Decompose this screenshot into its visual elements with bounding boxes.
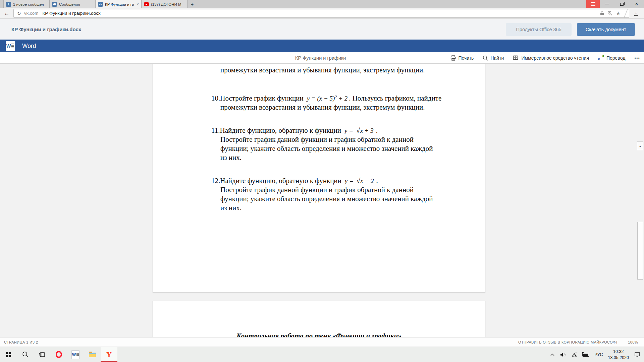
word-toolbar: КР Функции и графики Печать Найти — [0, 52, 644, 64]
task-view-button[interactable] — [34, 347, 50, 362]
volume-icon[interactable] — [560, 352, 566, 357]
paragraph-continuation: промежутки возрастания и убывания функци… — [211, 66, 495, 75]
browser-tab-strip: 1 1 новое сообщен Сообщения vk КР Функци… — [0, 0, 644, 8]
find-label: Найти — [490, 55, 504, 61]
tray-expand-icon[interactable] — [550, 353, 555, 356]
language-indicator[interactable]: РУС — [594, 352, 603, 357]
taskbar-explorer-button[interactable] — [84, 347, 101, 362]
item-text: . — [376, 126, 378, 134]
wifi-icon[interactable] — [571, 352, 577, 357]
item-text: Найдите функцию, обратную к функции — [220, 126, 341, 134]
item-line: Постройте график данной функции и график… — [211, 185, 495, 194]
tabs: 1 1 новое сообщен Сообщения vk КР Функци… — [3, 0, 187, 8]
task-item-11: 11.Найдите функцию, обратную к функцииy … — [211, 126, 495, 162]
windows-logo-icon — [6, 352, 11, 357]
tab-vk-notification[interactable]: 1 1 новое сообщен — [3, 0, 50, 8]
search-icon — [22, 351, 29, 358]
file-explorer-icon — [89, 352, 96, 357]
browser-menu-button[interactable] — [586, 0, 600, 8]
print-button[interactable]: Печать — [450, 55, 474, 61]
word-status-bar: СТРАНИЦА 1 ИЗ 2 ОТПРАВИТЬ ОТЗЫВ В КОРПОР… — [0, 337, 644, 347]
immersive-reader-icon — [513, 55, 519, 61]
tab-close-icon[interactable]: × — [137, 2, 139, 7]
tab-vk-messages[interactable]: Сообщения — [49, 0, 96, 8]
page2-heading: Контрольная работа по теме «Функции и гр… — [153, 332, 485, 337]
zoom-in-icon[interactable] — [607, 11, 612, 16]
scrollbar-thumb[interactable] — [637, 222, 643, 280]
translate-label: Перевод — [606, 55, 625, 61]
tab-title: КР Функции и гр — [105, 2, 135, 6]
new-tab-button[interactable]: + — [187, 0, 197, 8]
tab-title: Сообщения — [59, 2, 93, 6]
task-view-icon — [39, 352, 45, 357]
screen: 1 1 новое сообщен Сообщения vk КР Функци… — [0, 0, 644, 362]
minimize-button[interactable] — [600, 0, 614, 8]
back-button[interactable]: ← — [0, 10, 13, 17]
minimize-icon — [605, 4, 609, 4]
restore-icon — [620, 3, 624, 6]
vk-document-header: КР Функции и графики.docx Продукты Offic… — [0, 19, 644, 40]
reload-icon[interactable]: ↻ — [17, 11, 21, 16]
tab-vk-document[interactable]: vk КР Функции и гр × — [95, 0, 142, 8]
task-item-10: 10.Постройте график функцииy = (x − 5)2 … — [211, 93, 495, 112]
window-controls: × — [586, 0, 644, 8]
item-text: Найдите функцию, обратную к функции — [220, 177, 341, 185]
vk-messages-icon — [52, 2, 57, 7]
maximize-button[interactable] — [614, 0, 629, 8]
yandex-browser-icon: Y — [106, 350, 112, 359]
item-number: 10. — [211, 94, 220, 102]
word-logo-icon: W — [6, 41, 15, 51]
youtube-icon: ▶ — [144, 2, 149, 6]
word-app-bar: W Word — [0, 40, 644, 52]
search-icon — [483, 55, 488, 61]
item-text: Постройте график функции — [220, 94, 303, 102]
find-button[interactable]: Найти — [483, 55, 504, 61]
address-bar: ← ↻ vk.com КР Функции и графики.docx ★ ↓ — [0, 8, 644, 19]
battery-icon[interactable] — [582, 353, 589, 357]
system-tray: РУС 10:32 13.05.2020 — [550, 347, 641, 362]
start-button[interactable] — [0, 347, 17, 362]
zoom-level[interactable]: 100% — [628, 340, 638, 344]
item-number: 12. — [211, 177, 220, 185]
more-options-button[interactable]: ••• — [634, 56, 640, 61]
item-number: 11. — [211, 126, 220, 134]
close-window-button[interactable]: × — [629, 0, 644, 8]
vk-document-title: КР Функции и графики.docx — [11, 26, 81, 32]
url-document-name: КР Функции и графики.docx — [43, 11, 101, 16]
immersive-reader-button[interactable]: Иммерсивное средство чтения — [513, 55, 589, 61]
omnibox-divider — [624, 9, 628, 17]
bookmark-star-icon[interactable]: ★ — [616, 11, 621, 16]
page-indicator[interactable]: СТРАНИЦА 1 ИЗ 2 — [4, 340, 38, 344]
clock[interactable]: 10:32 13.05.2020 — [608, 349, 629, 361]
item-text: . Пользуясь графиком, найдите — [349, 94, 441, 102]
lock-icon[interactable] — [600, 11, 604, 15]
document-text: промежутки возрастания и убывания функци… — [211, 64, 495, 213]
item-line: функции; укажите область определения и м… — [211, 144, 495, 153]
word-app-name: Word — [22, 43, 36, 50]
feedback-link[interactable]: ОТПРАВИТЬ ОТЗЫВ В КОРПОРАЦИЮ МАЙКРОСОФТ — [518, 340, 618, 344]
item-text: . — [376, 177, 378, 185]
vk-logo-icon: vk — [98, 2, 103, 7]
item-line: из них. — [211, 153, 495, 162]
close-icon: × — [635, 1, 638, 7]
word-icon: W — [71, 350, 79, 359]
translate-button[interactable]: a я Перевод — [598, 55, 625, 61]
taskbar-search-button[interactable] — [17, 347, 34, 362]
taskbar-yandex-button[interactable]: Y — [101, 347, 117, 362]
tab-title: (137) ДОГОНИ М — [151, 2, 185, 6]
document-page-1: промежутки возрастания и убывания функци… — [153, 64, 485, 293]
tab-youtube[interactable]: ▶ (137) ДОГОНИ М — [141, 0, 187, 8]
downloads-icon[interactable]: ↓ — [633, 11, 639, 15]
office-products-button[interactable]: Продукты Office 365 — [506, 23, 571, 36]
task-item-12: 12.Найдите функцию, обратную к функцииy … — [211, 176, 495, 213]
taskbar-opera-button[interactable] — [50, 347, 67, 362]
formula-sqrt: y = √x + 3 — [344, 127, 375, 134]
download-document-button[interactable]: Скачать документ — [577, 23, 635, 36]
taskbar-word-button[interactable]: W — [67, 347, 84, 362]
action-center-icon[interactable] — [634, 352, 641, 358]
printer-icon — [450, 55, 456, 61]
url-field[interactable]: ↻ vk.com КР Функции и графики.docx ★ — [13, 9, 629, 18]
scroll-up-button[interactable]: ▲ — [637, 141, 643, 150]
time: 10:32 — [613, 349, 624, 355]
tab-title: 1 новое сообщен — [13, 2, 47, 6]
